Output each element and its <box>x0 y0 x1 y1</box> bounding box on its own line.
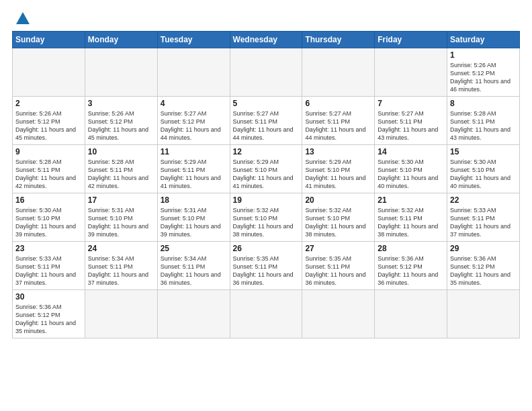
calendar-cell <box>85 48 157 97</box>
week-row-0: 1Sunrise: 5:26 AMSunset: 5:12 PMDaylight… <box>13 48 520 97</box>
calendar-cell <box>375 48 447 97</box>
cell-content: Sunrise: 5:30 AMSunset: 5:10 PMDaylight:… <box>378 158 444 191</box>
week-row-3: 16Sunrise: 5:30 AMSunset: 5:10 PMDayligh… <box>13 193 520 242</box>
cell-content: Sunrise: 5:34 AMSunset: 5:11 PMDaylight:… <box>161 255 227 287</box>
weekday-header-tuesday: Tuesday <box>157 32 230 48</box>
cell-content: Sunrise: 5:33 AMSunset: 5:11 PMDaylight:… <box>450 206 517 239</box>
day-number: 22 <box>450 195 517 205</box>
calendar-cell: 19Sunrise: 5:32 AMSunset: 5:10 PMDayligh… <box>230 193 302 242</box>
cell-content: Sunrise: 5:27 AMSunset: 5:12 PMDaylight:… <box>161 109 227 142</box>
cell-content: Sunrise: 5:26 AMSunset: 5:12 PMDaylight:… <box>15 109 82 142</box>
calendar-cell: 20Sunrise: 5:32 AMSunset: 5:10 PMDayligh… <box>302 193 375 242</box>
cell-content: Sunrise: 5:32 AMSunset: 5:10 PMDaylight:… <box>233 206 300 239</box>
cell-content: Sunrise: 5:31 AMSunset: 5:10 PMDaylight:… <box>88 206 154 239</box>
calendar-cell: 4Sunrise: 5:27 AMSunset: 5:12 PMDaylight… <box>157 97 230 145</box>
day-number: 3 <box>88 99 154 108</box>
calendar-cell: 16Sunrise: 5:30 AMSunset: 5:10 PMDayligh… <box>13 193 85 242</box>
cell-content: Sunrise: 5:28 AMSunset: 5:11 PMDaylight:… <box>88 158 154 191</box>
cell-content: Sunrise: 5:26 AMSunset: 5:12 PMDaylight:… <box>450 61 517 94</box>
calendar-cell: 2Sunrise: 5:26 AMSunset: 5:12 PMDaylight… <box>13 97 85 145</box>
calendar-cell: 30Sunrise: 5:36 AMSunset: 5:12 PMDayligh… <box>13 290 85 338</box>
day-number: 25 <box>161 244 227 253</box>
weekday-header-thursday: Thursday <box>302 32 375 48</box>
calendar-cell: 23Sunrise: 5:33 AMSunset: 5:11 PMDayligh… <box>13 242 85 290</box>
calendar-header: SundayMondayTuesdayWednesdayThursdayFrid… <box>13 32 520 48</box>
calendar-cell: 12Sunrise: 5:29 AMSunset: 5:10 PMDayligh… <box>230 145 302 193</box>
cell-content: Sunrise: 5:29 AMSunset: 5:10 PMDaylight:… <box>305 158 371 191</box>
day-number: 28 <box>378 244 444 253</box>
day-number: 1 <box>450 50 517 60</box>
calendar-cell <box>230 48 302 97</box>
day-number: 15 <box>450 147 517 156</box>
cell-content: Sunrise: 5:34 AMSunset: 5:11 PMDaylight:… <box>88 255 154 287</box>
calendar-cell: 1Sunrise: 5:26 AMSunset: 5:12 PMDaylight… <box>447 48 520 97</box>
calendar-cell: 17Sunrise: 5:31 AMSunset: 5:10 PMDayligh… <box>85 193 157 242</box>
calendar-cell: 13Sunrise: 5:29 AMSunset: 5:10 PMDayligh… <box>302 145 375 193</box>
calendar-cell: 6Sunrise: 5:27 AMSunset: 5:11 PMDaylight… <box>302 97 375 145</box>
day-number: 27 <box>305 244 371 253</box>
day-number: 8 <box>450 99 517 108</box>
cell-content: Sunrise: 5:28 AMSunset: 5:11 PMDaylight:… <box>15 158 82 191</box>
weekday-header-wednesday: Wednesday <box>230 32 302 48</box>
calendar-cell: 27Sunrise: 5:35 AMSunset: 5:11 PMDayligh… <box>302 242 375 290</box>
cell-content: Sunrise: 5:30 AMSunset: 5:10 PMDaylight:… <box>450 158 517 191</box>
day-number: 24 <box>88 244 154 253</box>
week-row-5: 30Sunrise: 5:36 AMSunset: 5:12 PMDayligh… <box>13 290 520 338</box>
day-number: 14 <box>378 147 444 156</box>
logo <box>12 12 32 24</box>
calendar-cell: 29Sunrise: 5:36 AMSunset: 5:12 PMDayligh… <box>447 242 520 290</box>
cell-content: Sunrise: 5:26 AMSunset: 5:12 PMDaylight:… <box>88 109 154 142</box>
cell-content: Sunrise: 5:30 AMSunset: 5:10 PMDaylight:… <box>15 206 82 239</box>
calendar-cell: 10Sunrise: 5:28 AMSunset: 5:11 PMDayligh… <box>85 145 157 193</box>
cell-content: Sunrise: 5:32 AMSunset: 5:10 PMDaylight:… <box>305 206 371 239</box>
cell-content: Sunrise: 5:33 AMSunset: 5:11 PMDaylight:… <box>15 255 82 287</box>
weekday-header-saturday: Saturday <box>447 32 520 48</box>
calendar-cell: 25Sunrise: 5:34 AMSunset: 5:11 PMDayligh… <box>157 242 230 290</box>
day-number: 26 <box>233 244 300 253</box>
cell-content: Sunrise: 5:32 AMSunset: 5:11 PMDaylight:… <box>378 206 444 239</box>
weekday-header-sunday: Sunday <box>13 32 85 48</box>
cell-content: Sunrise: 5:35 AMSunset: 5:11 PMDaylight:… <box>305 255 371 287</box>
cell-content: Sunrise: 5:36 AMSunset: 5:12 PMDaylight:… <box>15 303 82 336</box>
day-number: 21 <box>378 195 444 205</box>
calendar-cell <box>157 48 230 97</box>
calendar-body: 1Sunrise: 5:26 AMSunset: 5:12 PMDaylight… <box>13 48 520 338</box>
calendar-cell <box>375 290 447 338</box>
calendar-cell: 8Sunrise: 5:28 AMSunset: 5:11 PMDaylight… <box>447 97 520 145</box>
day-number: 23 <box>15 244 82 253</box>
page: SundayMondayTuesdayWednesdayThursdayFrid… <box>0 0 532 411</box>
calendar-table: SundayMondayTuesdayWednesdayThursdayFrid… <box>12 31 520 338</box>
day-number: 17 <box>88 195 154 205</box>
calendar-cell: 21Sunrise: 5:32 AMSunset: 5:11 PMDayligh… <box>375 193 447 242</box>
calendar-cell: 15Sunrise: 5:30 AMSunset: 5:10 PMDayligh… <box>447 145 520 193</box>
calendar-cell: 7Sunrise: 5:27 AMSunset: 5:11 PMDaylight… <box>375 97 447 145</box>
calendar-cell: 22Sunrise: 5:33 AMSunset: 5:11 PMDayligh… <box>447 193 520 242</box>
cell-content: Sunrise: 5:27 AMSunset: 5:11 PMDaylight:… <box>305 109 371 142</box>
weekday-header-monday: Monday <box>85 32 157 48</box>
day-number: 5 <box>233 99 300 108</box>
weekday-row: SundayMondayTuesdayWednesdayThursdayFrid… <box>13 32 520 48</box>
cell-content: Sunrise: 5:27 AMSunset: 5:11 PMDaylight:… <box>233 109 300 142</box>
cell-content: Sunrise: 5:29 AMSunset: 5:11 PMDaylight:… <box>161 158 227 191</box>
calendar-cell <box>302 290 375 338</box>
cell-content: Sunrise: 5:36 AMSunset: 5:12 PMDaylight:… <box>450 255 517 287</box>
calendar-cell <box>13 48 85 97</box>
calendar-cell <box>302 48 375 97</box>
day-number: 2 <box>15 99 82 108</box>
week-row-4: 23Sunrise: 5:33 AMSunset: 5:11 PMDayligh… <box>13 242 520 290</box>
day-number: 9 <box>15 147 82 156</box>
cell-content: Sunrise: 5:28 AMSunset: 5:11 PMDaylight:… <box>450 109 517 142</box>
day-number: 20 <box>305 195 371 205</box>
day-number: 7 <box>378 99 444 108</box>
cell-content: Sunrise: 5:31 AMSunset: 5:10 PMDaylight:… <box>161 206 227 239</box>
calendar-cell: 5Sunrise: 5:27 AMSunset: 5:11 PMDaylight… <box>230 97 302 145</box>
day-number: 10 <box>88 147 154 156</box>
day-number: 6 <box>305 99 371 108</box>
day-number: 11 <box>161 147 227 156</box>
cell-content: Sunrise: 5:35 AMSunset: 5:11 PMDaylight:… <box>233 255 300 287</box>
day-number: 12 <box>233 147 300 156</box>
day-number: 13 <box>305 147 371 156</box>
calendar-cell: 28Sunrise: 5:36 AMSunset: 5:12 PMDayligh… <box>375 242 447 290</box>
cell-content: Sunrise: 5:29 AMSunset: 5:10 PMDaylight:… <box>233 158 300 191</box>
calendar-cell <box>157 290 230 338</box>
